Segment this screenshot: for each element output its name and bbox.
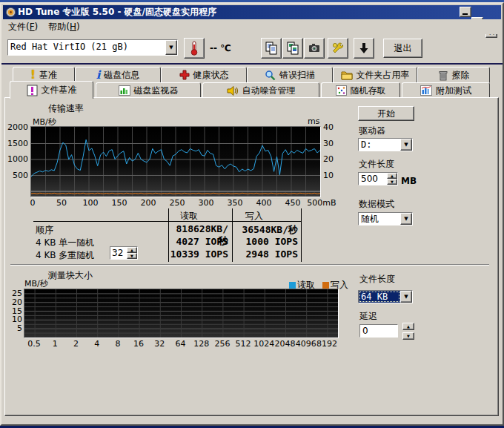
row-sequential-label: 顺序: [36, 224, 53, 237]
delay-down-button[interactable]: ▼: [402, 332, 414, 340]
bottom-chart-unit: MB/秒: [24, 278, 48, 289]
chevron-down-icon[interactable]: ▼: [165, 40, 177, 55]
down-arrow-icon: [357, 42, 371, 55]
file-length-label: 文件长度: [359, 158, 394, 171]
options-button[interactable]: [328, 38, 348, 59]
y-axis-left-tick: 2000: [3, 122, 28, 132]
file-length-down-icon[interactable]: ▼: [387, 179, 397, 185]
copy-image-button[interactable]: [282, 38, 303, 59]
drive-combobox-value: Red Hat VirtIO (21 gB): [8, 40, 165, 55]
copy-text-button[interactable]: [261, 38, 282, 59]
row-4k-single-write: 1000 IOPS: [233, 236, 298, 247]
data-mode-label: 数据模式: [359, 198, 394, 211]
y-axis-left-tick: 1000: [3, 154, 28, 164]
x-axis-tick: 50: [45, 198, 78, 208]
chevron-down-icon[interactable]: ▼: [400, 139, 412, 151]
drive-select-value: D:: [359, 139, 400, 151]
legend-write-swatch: [322, 282, 329, 289]
delay-up-button[interactable]: ▲: [402, 323, 414, 330]
info-icon: i: [96, 68, 101, 82]
data-mode-select[interactable]: 随机 ▼: [358, 212, 413, 225]
tab-random-access[interactable]: 随机存取: [321, 82, 400, 99]
x-axis-tick: 100: [74, 198, 107, 208]
thermometer-icon: [188, 41, 201, 56]
row-4k-multi-write: 2948 IOPS: [233, 248, 298, 260]
menu-help[interactable]: 帮助(H): [43, 19, 84, 35]
queue-up-icon[interactable]: ▲: [127, 247, 137, 253]
exit-button[interactable]: 退出: [383, 39, 422, 58]
y-axis-tick: 10: [1, 315, 22, 324]
y-axis-tick: 15: [1, 306, 22, 316]
transfer-rate-chart: [30, 126, 321, 197]
save-results-button[interactable]: [354, 38, 374, 59]
row-sequential-write: 36548KB/秒: [233, 223, 298, 237]
health-cross-icon: [179, 70, 190, 80]
menu-file[interactable]: 文件(F): [3, 19, 43, 35]
start-button[interactable]: 开始: [358, 106, 414, 121]
row-4k-single-label: 4 KB 单一随机: [36, 237, 94, 249]
menu-bar: 文件(F) 帮助(H): [3, 19, 501, 34]
tab-extra-tests[interactable]: 附加测试: [402, 82, 490, 99]
x-axis-tick: 200: [132, 198, 165, 208]
x-axis-tick: 150: [103, 198, 136, 208]
row-4k-multi-label: 4 KB 多重随机: [36, 249, 94, 262]
temperature-button[interactable]: [184, 38, 205, 59]
file-length-unit: MB: [401, 176, 417, 186]
file-length-value: 500: [359, 173, 387, 185]
table-divider-3: [301, 208, 302, 262]
y-axis-tick: 25: [1, 289, 22, 298]
block-file-length-value: 64 KB: [359, 291, 400, 303]
app-icon: [5, 7, 16, 18]
speaker-icon: [227, 85, 239, 96]
x-axis-tick: 350: [219, 198, 251, 208]
toolbar-divider: [1, 63, 503, 65]
file-length-up-icon[interactable]: ▲: [387, 173, 397, 179]
screenshot-icon: [308, 42, 321, 55]
drive-select[interactable]: D: ▼: [358, 138, 413, 151]
y-axis-left-tick: 500: [3, 171, 28, 180]
x-axis-tick: 400: [248, 198, 280, 208]
top-chart-right-unit: ms: [308, 116, 319, 126]
data-mode-value: 随机: [359, 213, 400, 225]
minimize-button[interactable]: [460, 7, 471, 17]
delay-label: 延迟: [359, 310, 377, 323]
legend-read-swatch: [289, 282, 296, 289]
y-axis-right-tick: 30: [323, 139, 341, 148]
folder-icon: [341, 70, 353, 80]
x-axis-tick: 250: [161, 198, 193, 208]
chevron-down-icon[interactable]: ▼: [400, 213, 412, 225]
section-divider: [10, 264, 489, 266]
y-axis-right-tick: 40: [323, 122, 341, 132]
queue-down-icon[interactable]: ▼: [127, 253, 137, 259]
tab-erase[interactable]: 擦除: [417, 67, 490, 83]
tab-disk-monitor[interactable]: 磁盘监视器: [96, 82, 201, 99]
tab-error-scan[interactable]: 错误扫描: [247, 67, 333, 83]
exit-button-label: 退出: [394, 42, 412, 55]
delay-input[interactable]: 0: [359, 324, 398, 338]
y-axis-right-tick: 10: [323, 171, 341, 180]
block-file-length-label: 文件长度: [359, 273, 395, 286]
tab-file-benchmark[interactable]: 文件基准: [10, 81, 93, 99]
bar-chart-icon: [119, 85, 130, 96]
x-axis-tick: 450: [276, 198, 309, 208]
magnifier-icon: [265, 70, 276, 81]
block-file-length-select[interactable]: 64 KB ▼: [358, 290, 413, 303]
screenshot-button[interactable]: [304, 38, 325, 59]
y-axis-right-tick: 20: [323, 154, 341, 164]
window-title: HD Tune 专业版 5.50 - 硬盘/固态硬盘实用程序: [18, 6, 216, 19]
drive-combobox[interactable]: Red Hat VirtIO (21 gB) ▼: [7, 39, 178, 56]
copy-text-icon: [265, 42, 278, 55]
queue-depth-spinner[interactable]: 32 ▲ ▼: [110, 246, 138, 260]
file-benchmark-icon: [27, 85, 38, 96]
y-axis-tick: 5: [1, 323, 22, 333]
tab-noise-management[interactable]: 自动噪音管理: [202, 82, 319, 99]
tab-folder-usage[interactable]: 文件夹占用率: [333, 67, 417, 83]
file-length-spinner[interactable]: 500 ▲ ▼: [358, 172, 398, 185]
trash-icon: [438, 70, 448, 81]
tab-health[interactable]: 健康状态: [161, 67, 247, 83]
screen: HD Tune 专业版 5.50 - 硬盘/固态硬盘实用程序 × 文件(F) 帮…: [0, 0, 504, 428]
title-bar[interactable]: HD Tune 专业版 5.50 - 硬盘/固态硬盘实用程序: [3, 5, 501, 19]
row-4k-multi-read: 10339 IOPS: [169, 248, 228, 260]
chevron-down-icon[interactable]: ▼: [400, 291, 412, 303]
drive-label: 驱动器: [359, 125, 385, 137]
